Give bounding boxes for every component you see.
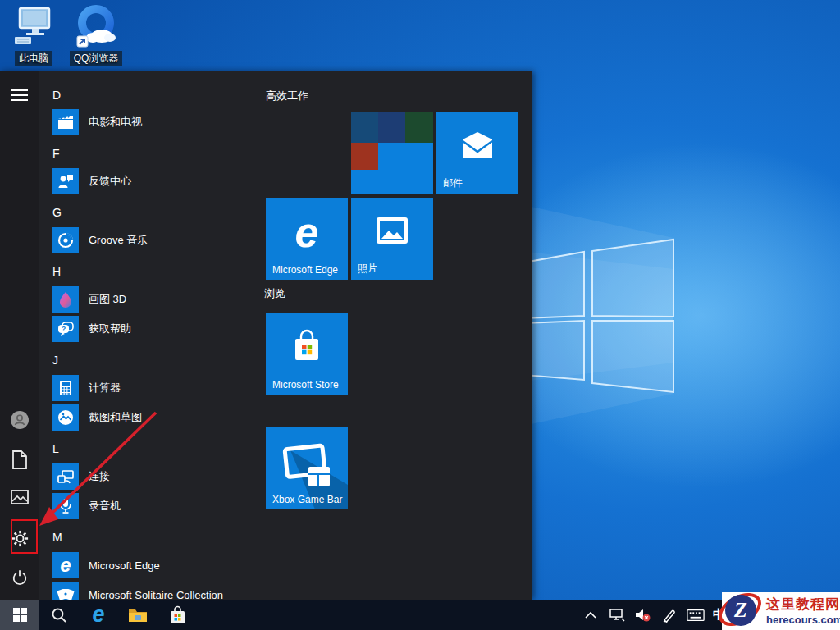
app-item-feedback-hub[interactable]: 反馈中心 <box>52 167 258 196</box>
tray-touch-keyboard-button[interactable] <box>687 600 705 630</box>
app-item-connect[interactable]: 连接 <box>52 462 258 491</box>
app-item-snip-sketch[interactable]: 截图和草图 <box>52 403 258 432</box>
app-item-microsoft-edge[interactable]: e Microsoft Edge <box>52 550 258 580</box>
hamburger-icon <box>11 89 29 102</box>
movies-tv-icon <box>52 109 79 135</box>
app-item-label: 截图和草图 <box>89 410 142 425</box>
section-letter[interactable]: M <box>52 527 249 547</box>
tray-volume-button[interactable] <box>634 600 652 630</box>
desktop: 此电脑 QQ浏览器 <box>0 0 840 630</box>
search-icon <box>51 607 67 623</box>
tile-mail[interactable]: 邮件 <box>436 112 518 194</box>
windows-logo-icon <box>13 608 27 622</box>
app-item-label: 电影和电视 <box>89 115 142 130</box>
this-pc-icon <box>13 7 54 49</box>
watermark-domain: herecours.com <box>766 614 837 626</box>
taskbar-edge-button[interactable]: e <box>79 600 118 630</box>
connect-icon <box>52 463 79 490</box>
qq-browser-icon <box>72 2 120 49</box>
tray-network-button[interactable] <box>608 600 626 630</box>
documents-button[interactable] <box>0 443 39 476</box>
app-item-label: Microsoft Solitaire Collection <box>89 589 223 600</box>
expand-menu-button[interactable] <box>0 79 39 112</box>
feedback-hub-icon <box>52 168 79 194</box>
mosaic-square-1 <box>351 112 378 143</box>
app-item-label: 获取帮助 <box>89 322 131 336</box>
get-help-icon: ? <box>52 316 79 342</box>
pictures-icon <box>11 490 29 506</box>
taskbar-search-button[interactable] <box>39 600 79 630</box>
letter-label: F <box>52 147 60 160</box>
app-item-label: 录音机 <box>89 499 121 514</box>
user-account-button[interactable] <box>0 404 39 436</box>
tile-label: Microsoft Edge <box>272 264 338 276</box>
app-item-label: Microsoft Edge <box>89 559 160 572</box>
letter-label: L <box>52 442 59 455</box>
user-avatar-icon <box>10 410 30 430</box>
tile-xbox-game-bar[interactable]: Xbox Game Bar <box>266 427 348 509</box>
section-letter[interactable]: H <box>52 262 249 281</box>
voice-recorder-icon <box>52 493 79 519</box>
section-letter[interactable]: G <box>52 203 249 222</box>
section-letter[interactable]: F <box>52 144 249 163</box>
section-letter[interactable]: D <box>52 85 249 105</box>
app-item-groove-music[interactable]: Groove 音乐 <box>52 226 258 255</box>
taskbar-store-button[interactable] <box>158 600 197 630</box>
microsoft-store-icon <box>292 329 322 365</box>
start-menu: D 电影和电视 F 反馈中心 G Groove 音乐 <box>0 71 532 600</box>
app-item-movies-tv[interactable]: 电影和电视 <box>52 107 258 137</box>
app-item-solitaire[interactable]: Microsoft Solitaire Collection <box>52 580 258 600</box>
chevron-up-icon <box>585 611 596 619</box>
desktop-icon-this-pc[interactable]: 此电脑 <box>2 7 66 66</box>
taskbar: e <box>0 600 840 630</box>
letter-label: D <box>52 89 61 102</box>
live-tile-mosaic[interactable] <box>351 112 433 194</box>
tile-photos[interactable]: 照片 <box>351 198 433 280</box>
start-button[interactable] <box>0 600 39 630</box>
calculator-icon <box>52 375 79 401</box>
svg-text:?: ? <box>62 325 66 333</box>
mosaic-square-4 <box>351 143 378 170</box>
tile-microsoft-edge[interactable]: e Microsoft Edge <box>266 198 348 280</box>
tile-label: Xbox Game Bar <box>272 494 342 505</box>
pictures-button[interactable] <box>0 482 39 514</box>
mosaic-square-2 <box>378 112 405 143</box>
desktop-icon-label: QQ浏览器 <box>70 51 123 66</box>
app-item-voice-recorder[interactable]: 录音机 <box>52 491 258 521</box>
letter-label: J <box>52 354 58 367</box>
tile-label: 照片 <box>358 262 377 276</box>
app-item-get-help[interactable]: ? 获取帮助 <box>52 314 258 344</box>
letter-label: M <box>52 531 62 544</box>
taskbar-file-explorer-button[interactable] <box>118 600 158 630</box>
app-item-label: 反馈中心 <box>89 174 131 189</box>
pen-icon <box>662 608 677 623</box>
keyboard-icon <box>687 609 705 622</box>
power-icon <box>11 568 29 587</box>
microsoft-edge-icon: e <box>295 211 319 253</box>
desktop-icon-qq-browser[interactable]: QQ浏览器 <box>64 2 128 66</box>
tile-label: 邮件 <box>443 176 463 190</box>
section-letter[interactable]: L <box>52 439 249 459</box>
photos-icon <box>376 217 409 248</box>
network-display-icon <box>609 608 625 622</box>
power-button[interactable] <box>0 561 39 594</box>
start-menu-tiles: 高效工作 邮件 e Microsoft Edge <box>262 71 532 600</box>
tile-microsoft-store[interactable]: Microsoft Store <box>266 313 348 395</box>
tile-label: Microsoft Store <box>272 379 339 390</box>
app-item-calculator[interactable]: 计算器 <box>52 373 258 403</box>
microsoft-store-icon <box>169 605 186 625</box>
tile-group-header[interactable]: 浏览 <box>264 286 285 301</box>
app-item-paint-3d[interactable]: 画图 3D <box>52 285 258 314</box>
settings-button[interactable] <box>0 522 39 555</box>
start-menu-rail <box>0 71 39 600</box>
watermark-text: 这里教程网 herecours.com <box>766 595 837 626</box>
tray-chevron-button[interactable] <box>582 600 600 630</box>
app-item-label: Groove 音乐 <box>89 233 148 248</box>
document-icon <box>11 450 28 469</box>
tray-pen-button[interactable] <box>660 600 678 630</box>
section-letter[interactable]: J <box>52 350 249 370</box>
watermark-logo: Z 这里教程网 herecours.com <box>715 592 840 630</box>
paint-3d-icon <box>52 286 79 313</box>
tile-group-header[interactable]: 高效工作 <box>266 89 308 103</box>
speaker-muted-icon <box>635 608 651 623</box>
